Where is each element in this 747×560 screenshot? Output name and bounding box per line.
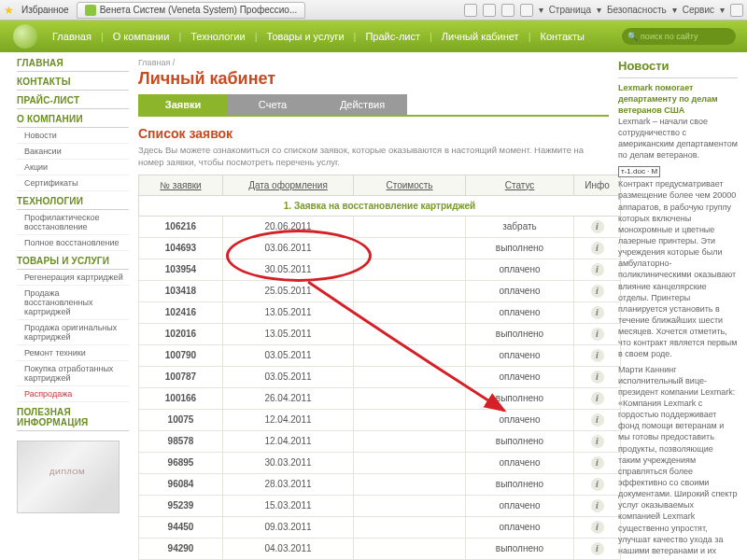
- info-icon[interactable]: i: [591, 242, 604, 255]
- sidebar-item[interactable]: Регенерация картриджей: [17, 270, 129, 286]
- table-row: 10078703.05.2011оплаченоi: [139, 366, 621, 387]
- col-info: Инфо: [574, 175, 621, 195]
- sidebar-goods[interactable]: ТОВАРЫ И УСЛУГИ: [17, 251, 129, 270]
- browser-tab[interactable]: Венета Систем (Veneta System) Профессио.…: [77, 2, 306, 19]
- sidebar-item[interactable]: Продажа оригинальных картриджей: [17, 320, 129, 345]
- col-number[interactable]: № заявки: [139, 175, 223, 195]
- info-icon[interactable]: i: [591, 413, 604, 427]
- cell-number[interactable]: 96895: [139, 452, 223, 473]
- logo-leaf-icon[interactable]: [13, 24, 37, 49]
- cell-cost: [354, 495, 466, 516]
- help-icon[interactable]: [730, 4, 743, 17]
- cell-number[interactable]: 106216: [139, 216, 223, 237]
- tab-actions[interactable]: Действия: [317, 94, 407, 115]
- cell-number[interactable]: 94290: [139, 538, 223, 559]
- info-icon[interactable]: i: [591, 285, 604, 298]
- info-icon[interactable]: i: [591, 542, 604, 555]
- cell-number[interactable]: 95239: [139, 495, 223, 516]
- sidebar-item[interactable]: Продажа восстановленных картриджей: [17, 286, 129, 320]
- info-icon[interactable]: i: [591, 328, 604, 341]
- sidebar: ГЛАВНАЯ КОНТАКТЫ ПРАЙС-ЛИСТ О КОМПАНИИ Н…: [17, 58, 129, 560]
- info-icon[interactable]: i: [591, 371, 604, 384]
- cell-number[interactable]: 102416: [139, 301, 223, 323]
- sidebar-main[interactable]: ГЛАВНАЯ: [17, 58, 129, 72]
- sidebar-item[interactable]: Полное восстановление: [17, 235, 129, 251]
- mail-icon[interactable]: [501, 4, 514, 17]
- cell-number[interactable]: 102016: [139, 323, 223, 344]
- nav-price[interactable]: Прайс-лист: [356, 31, 430, 42]
- info-icon[interactable]: i: [591, 456, 604, 469]
- site-top-nav: Главная| О компании| Технологии| Товары …: [0, 21, 747, 52]
- cell-number[interactable]: 100166: [139, 387, 223, 409]
- sidebar-item[interactable]: Сертификаты: [17, 175, 129, 191]
- sidebar-item[interactable]: Ремонт техники: [17, 345, 129, 361]
- nav-about[interactable]: О компании: [104, 31, 179, 42]
- print-icon[interactable]: [520, 4, 533, 17]
- cell-date: 30.05.2011: [223, 259, 354, 280]
- col-date[interactable]: Дата оформления: [223, 175, 354, 195]
- cell-number[interactable]: 10075: [139, 409, 223, 430]
- home-icon[interactable]: [464, 4, 477, 17]
- sidebar-item[interactable]: Покупка отработанных картриджей: [17, 361, 129, 386]
- info-icon[interactable]: i: [591, 435, 604, 448]
- nav-tech[interactable]: Технологии: [181, 31, 254, 42]
- tab-requests[interactable]: Заявки: [138, 94, 228, 115]
- tab-title: Венета Систем (Veneta System) Профессио.…: [100, 5, 298, 15]
- col-cost[interactable]: Стоимость: [354, 175, 466, 195]
- nav-home[interactable]: Главная: [43, 31, 101, 42]
- cell-status: оплачено: [466, 344, 574, 366]
- cell-date: 13.05.2011: [223, 323, 354, 344]
- breadcrumb[interactable]: Главная /: [138, 58, 609, 67]
- menu-safety[interactable]: Безопасность: [607, 5, 667, 15]
- info-icon[interactable]: i: [591, 392, 604, 405]
- sidebar-item[interactable]: Новости: [17, 128, 129, 144]
- favorites-label[interactable]: Избранное: [21, 5, 69, 15]
- favorites-star-icon[interactable]: ★: [4, 4, 14, 17]
- info-icon[interactable]: i: [591, 478, 604, 491]
- cell-number[interactable]: 98578: [139, 430, 223, 452]
- attachment-box[interactable]: т-1.doc · М: [618, 166, 660, 178]
- cell-number[interactable]: 96084: [139, 473, 223, 495]
- search-placeholder: поиск по сайту: [641, 32, 698, 41]
- cell-number[interactable]: 103954: [139, 259, 223, 280]
- info-icon[interactable]: i: [591, 306, 604, 319]
- menu-page[interactable]: Страница: [549, 5, 591, 15]
- nav-cabinet[interactable]: Личный кабинет: [432, 31, 529, 42]
- section-title: Список заявок: [138, 126, 609, 141]
- sidebar-item[interactable]: Вакансии: [17, 144, 129, 160]
- news-item-title[interactable]: Lexmark помогает департаменту по делам в…: [618, 82, 738, 116]
- cell-number[interactable]: 100790: [139, 344, 223, 366]
- sidebar-tech[interactable]: ТЕХНОЛОГИИ: [17, 191, 129, 210]
- cell-cost: [354, 430, 466, 452]
- nav-goods[interactable]: Товары и услуги: [258, 31, 354, 42]
- sidebar-item[interactable]: Акции: [17, 160, 129, 175]
- cell-number[interactable]: 100787: [139, 366, 223, 387]
- main-content: Главная / Личный кабинет Заявки Счета Де…: [138, 58, 609, 560]
- info-icon[interactable]: i: [591, 263, 604, 276]
- sidebar-useful[interactable]: ПОЛЕЗНАЯ ИНФОРМАЦИЯ: [17, 402, 129, 431]
- sidebar-contacts[interactable]: КОНТАКТЫ: [17, 72, 129, 91]
- search-input[interactable]: 🔍поиск по сайту: [622, 28, 736, 45]
- sidebar-about[interactable]: О КОМПАНИИ: [17, 109, 129, 128]
- sidebar-price[interactable]: ПРАЙС-ЛИСТ: [17, 91, 129, 109]
- feed-icon[interactable]: [483, 4, 496, 17]
- table-row: 10016626.04.2011выполненоi: [139, 387, 621, 409]
- cell-info: i: [574, 280, 621, 301]
- tab-invoices[interactable]: Счета: [228, 94, 317, 115]
- info-icon[interactable]: i: [591, 220, 604, 233]
- sidebar-item[interactable]: Профилактическое восстановление: [17, 210, 129, 235]
- cell-status: забрать: [466, 216, 574, 237]
- menu-service[interactable]: Сервис: [683, 5, 714, 15]
- info-icon[interactable]: i: [591, 349, 604, 362]
- cell-number[interactable]: 94450: [139, 516, 223, 538]
- cell-number[interactable]: 103418: [139, 280, 223, 301]
- news-column: Новости Lexmark помогает департаменту по…: [618, 58, 738, 560]
- info-icon[interactable]: i: [591, 499, 604, 512]
- nav-contacts[interactable]: Контакты: [530, 31, 594, 42]
- cell-info: i: [574, 323, 621, 344]
- col-status[interactable]: Статус: [466, 175, 574, 195]
- info-icon[interactable]: i: [591, 521, 604, 534]
- diploma-thumbnail[interactable]: [17, 441, 120, 513]
- cell-number[interactable]: 104693: [139, 237, 223, 259]
- sidebar-item-sale[interactable]: Распродажа: [17, 386, 129, 402]
